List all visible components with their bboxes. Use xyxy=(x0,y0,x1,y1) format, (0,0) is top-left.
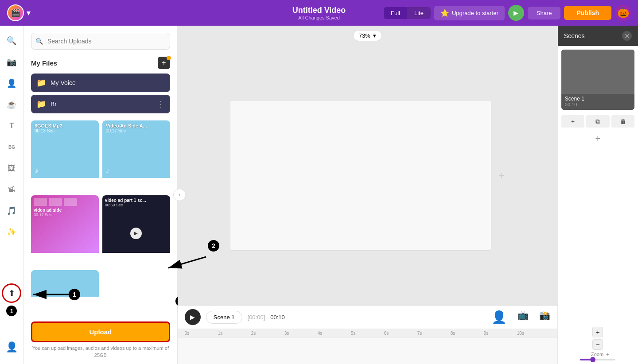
collapse-panel-button[interactable]: ‹ xyxy=(173,189,186,201)
upload-circle-button[interactable]: ⬆ xyxy=(2,283,21,303)
search-input[interactable] xyxy=(31,33,170,50)
ruler-8s: 8s xyxy=(451,331,484,336)
logo-area[interactable]: 🎬 ▾ xyxy=(7,4,31,21)
main-layout: 🔍 📷 👤 ☕ T BG 🖼 📽 🎵 ✨ ⬆ xyxy=(0,26,638,364)
sidebar-user-avatar[interactable]: 👤 xyxy=(2,337,21,357)
notification-dot xyxy=(167,56,171,60)
search-wrap: 🔍 xyxy=(31,33,170,50)
upload-section: Upload You can upload images, audios and… xyxy=(24,316,177,364)
zoom-selector[interactable]: 73% ▾ xyxy=(353,30,382,41)
media-name-1: 8GOES.Mp3 xyxy=(35,123,95,128)
zoom-slider[interactable] xyxy=(580,359,615,360)
scenes-title: Scenes xyxy=(564,32,585,39)
folder-list: 📁 My Voice 📁 Br ⋮ xyxy=(24,72,177,115)
my-files-title: My Files xyxy=(31,59,57,67)
zoom-in-button[interactable]: + xyxy=(592,327,603,337)
sidebar-item-avatar[interactable]: 👤 xyxy=(2,74,21,93)
upgrade-button[interactable]: ⭐ Upgrade to starter xyxy=(434,6,505,20)
add-scene-canvas-icon[interactable]: + xyxy=(498,169,505,182)
canvas-frame xyxy=(230,100,491,251)
zoom-value: 73% xyxy=(359,32,370,39)
zoom-controls-panel: + − - Zoom + xyxy=(558,323,638,364)
timeline-section: ▶ Scene 1 [00:00] 00:10 👤 📺 📸 0s 1s xyxy=(178,305,557,364)
image-icon: 🖼 xyxy=(8,164,16,173)
more-options-icon[interactable]: ⋮ xyxy=(157,99,165,109)
scene-add-button[interactable]: + xyxy=(561,115,584,128)
zoom-label-area: - Zoom + xyxy=(587,352,609,357)
play-icon: ▶ xyxy=(130,228,142,239)
ruler-7s: 7s xyxy=(417,331,451,336)
timeline-icons: 👤 📺 📸 xyxy=(491,310,550,325)
sidebar-item-sticker[interactable]: ✨ xyxy=(2,222,21,242)
canvas-right-controls: + xyxy=(498,169,505,182)
ruler-9s: 9s xyxy=(484,331,517,336)
media-thumb-2: Video Ad Side A... 00:17 Sec ♪ xyxy=(102,120,170,178)
scene-duplicate-button[interactable]: ⧉ xyxy=(586,115,609,128)
folder-item-br[interactable]: 📁 Br ⋮ xyxy=(31,95,170,113)
ruler-3s: 3s xyxy=(284,331,318,336)
timeline-camera-icon[interactable]: 📸 xyxy=(539,310,550,325)
logo-icon: 🎬 xyxy=(8,5,23,20)
ruler-2s: 2s xyxy=(251,331,284,336)
sidebar-item-image[interactable]: 🖼 xyxy=(2,159,21,178)
video-sidebar-icon: 📽 xyxy=(8,185,16,194)
scene-delete-button[interactable]: 🗑 xyxy=(611,115,634,128)
dropdown-arrow-icon[interactable]: ▾ xyxy=(27,8,31,18)
upload-button[interactable]: Upload xyxy=(31,321,170,342)
canvas-toolbar: 73% ▾ xyxy=(178,26,557,46)
sidebar-item-bg[interactable]: BG xyxy=(2,137,21,157)
sticker-icon: ✨ xyxy=(7,227,16,237)
scenes-close-button[interactable]: ✕ xyxy=(622,31,632,41)
folder-name-br: Br xyxy=(51,101,152,108)
share-button[interactable]: Share xyxy=(528,7,561,19)
ruler-marks: 0s 1s 2s 3s 4s 5s 6s 7s 8s 9s 10s xyxy=(178,331,557,336)
sidebar-item-coffee[interactable]: ☕ xyxy=(2,95,21,114)
ruler-4s: 4s xyxy=(318,331,351,336)
scenes-panel: Scenes ✕ Scene 1 00:10 + ⧉ 🗑 + + − xyxy=(557,26,638,364)
sidebar-item-music[interactable]: 🎵 xyxy=(2,201,21,221)
user-avatar[interactable]: 🎃 xyxy=(615,5,631,21)
media-item-4[interactable]: video ad part 1 sc... 00:59 Sec ▶ xyxy=(102,195,170,267)
uploads-panel: 🔍 My Files + 📁 My Voice 📁 Br ⋮ xyxy=(24,26,178,364)
media-item-2[interactable]: Video Ad Side A... 00:17 Sec ♪ xyxy=(102,120,170,192)
publish-button[interactable]: Publish xyxy=(564,6,611,20)
folder-name-myvoice: My Voice xyxy=(51,79,165,86)
upgrade-label: Upgrade to starter xyxy=(452,10,498,16)
scenes-add-bottom-button[interactable]: + xyxy=(558,129,638,148)
scene-card-1[interactable]: Scene 1 00:10 xyxy=(561,50,634,110)
media-item-5[interactable] xyxy=(31,270,99,310)
annotation-badge-1: 1 xyxy=(6,306,17,316)
timeline-media-icon[interactable]: 📺 xyxy=(517,310,529,325)
media-thumb-5 xyxy=(31,270,99,297)
video-title: Untitled Video xyxy=(292,6,346,15)
media-item-3[interactable]: video ad side 00:17 Sec xyxy=(31,195,99,267)
scenes-header: Scenes ✕ xyxy=(558,26,638,46)
star-icon: ⭐ xyxy=(440,9,449,17)
lite-toggle-btn[interactable]: Lite xyxy=(407,7,431,19)
timeline-scene-label: Scene 1 xyxy=(206,311,242,324)
my-files-header: My Files + xyxy=(24,53,177,72)
sidebar-item-video[interactable]: 📽 xyxy=(2,180,21,199)
zoom-text: Zoom xyxy=(591,352,603,357)
sidebar-item-media[interactable]: 📷 xyxy=(2,52,21,72)
timeline-play-button[interactable]: ▶ xyxy=(185,309,201,325)
preview-play-button[interactable]: ▶ xyxy=(508,5,524,21)
ruler-5s: 5s xyxy=(351,331,384,336)
media-duration-1: 00:13 Sec xyxy=(35,128,95,133)
search-field-icon: 🔍 xyxy=(35,38,43,45)
media-name-2: Video Ad Side A... xyxy=(106,123,167,128)
media-item-1[interactable]: 8GOES.Mp3 00:13 Sec ♪ xyxy=(31,120,99,192)
timeline-avatar-icon[interactable]: 👤 xyxy=(491,310,507,325)
add-file-button[interactable]: + xyxy=(158,57,170,69)
media-duration-4: 00:59 Sec xyxy=(105,203,167,207)
folder-item-myvoice[interactable]: 📁 My Voice xyxy=(31,74,170,92)
sidebar-item-text[interactable]: T xyxy=(2,116,21,136)
full-toggle-btn[interactable]: Full xyxy=(384,7,407,19)
sidebar-item-search[interactable]: 🔍 xyxy=(2,31,21,50)
zoom-out-button[interactable]: − xyxy=(592,339,603,350)
media-name-4: video ad part 1 sc... xyxy=(105,198,167,203)
media-grid: 8GOES.Mp3 00:13 Sec ♪ Video Ad Side A...… xyxy=(24,115,177,316)
add-scene-icon: + xyxy=(595,134,601,144)
scene-card-name: Scene 1 xyxy=(565,96,584,102)
avatar-icon: 🎃 xyxy=(617,7,629,19)
